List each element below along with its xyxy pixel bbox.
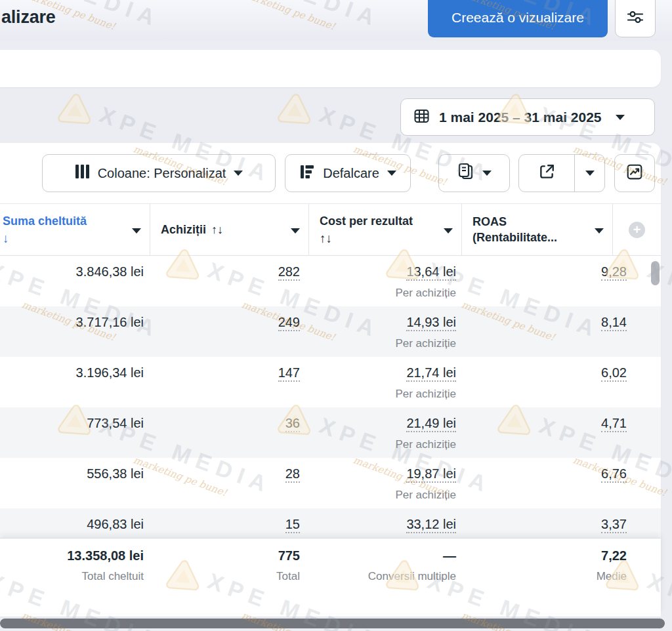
column-label: Cost per rezultat	[320, 214, 413, 228]
spend-cell: 556,38 lei	[0, 458, 150, 508]
table-body: 3.846,38 lei28213,64 leiPer achiziție9,2…	[0, 256, 661, 538]
create-view-button[interactable]: Creează o vizualizare	[428, 0, 608, 37]
export-button[interactable]	[519, 155, 574, 192]
table-row[interactable]: 556,38 lei2819,87 leiPer achiziție6,76	[0, 458, 661, 508]
columns-icon	[75, 164, 90, 182]
sort-indicator-icon: ↑↓	[320, 231, 438, 247]
table-panel: Coloane: Personalizat Defalcare	[0, 143, 661, 617]
roas-value[interactable]: 6,76	[601, 466, 627, 483]
purchases-value[interactable]: 249	[278, 315, 300, 331]
export-options-button[interactable]	[575, 155, 604, 192]
roas-value[interactable]: 8,14	[601, 315, 627, 331]
column-menu-caret[interactable]	[132, 228, 141, 234]
table-row[interactable]: 773,54 lei3621,49 leiPer achiziție4,71	[0, 407, 661, 458]
ads-manager-screen: alizare Creează o vizualizare 1 mai 2025…	[0, 0, 672, 631]
reports-icon	[457, 163, 474, 184]
column-menu-caret[interactable]	[291, 228, 300, 234]
table-row[interactable]: 3.196,34 lei14721,74 leiPer achiziție6,0…	[0, 357, 661, 407]
chevron-down-icon	[585, 171, 595, 176]
adjust-settings-button[interactable]	[615, 0, 656, 37]
total-purchases-cell: 775 Total	[150, 539, 308, 613]
total-purchases-label: Total	[150, 570, 300, 583]
purchases-cell: 28	[150, 458, 308, 508]
cost-per-result-cell: 21,49 leiPer achiziție	[308, 407, 461, 458]
table-header: Suma cheltuită↓Achiziții↑↓Cost per rezul…	[0, 203, 661, 256]
chevron-down-icon	[616, 115, 625, 120]
columns-button-label: Coloane: Personalizat	[98, 166, 226, 181]
cost-per-result-cell: 13,64 leiPer achiziție	[308, 256, 461, 306]
chart-trend-icon	[626, 163, 643, 184]
cost-value[interactable]: 21,74 lei	[406, 365, 456, 382]
average-roas-label: Medie	[461, 570, 627, 583]
roas-cell: 8,14	[461, 306, 661, 357]
total-spend-cell: 13.358,08 lei Total cheltuit	[0, 539, 150, 613]
roas-value[interactable]: 3,37	[601, 517, 627, 533]
roas-cell: 3,37	[461, 508, 661, 538]
roas-value[interactable]: 9,28	[601, 264, 627, 281]
columns-button[interactable]: Coloane: Personalizat	[42, 154, 276, 192]
cost-value[interactable]: 21,49 lei	[406, 416, 456, 432]
plus-icon: +	[629, 222, 645, 238]
cost-value[interactable]: 19,87 lei	[406, 466, 456, 483]
breakdown-button-label: Defalcare	[323, 166, 379, 181]
total-cost-cell: — Conversii multiple	[308, 539, 461, 613]
table-row[interactable]: 3.846,38 lei28213,64 leiPer achiziție9,2…	[0, 256, 661, 306]
column-header-purchases[interactable]: Achiziții↑↓	[150, 204, 308, 255]
reports-button[interactable]	[438, 154, 510, 192]
breakdown-button[interactable]: Defalcare	[285, 154, 411, 192]
spend-cell: 3.196,34 lei	[0, 357, 150, 407]
purchases-value[interactable]: 15	[285, 517, 300, 533]
spend-cell: 496,83 lei	[0, 508, 150, 538]
top-bar: alizare Creează o vizualizare	[0, 0, 672, 41]
table-row[interactable]: 496,83 lei1533,12 lei3,37	[0, 508, 661, 538]
total-cost-label: Conversii multiple	[308, 570, 456, 583]
date-range-label: 1 mai 2025 – 31 mai 2025	[439, 110, 602, 125]
vertical-scrollbar[interactable]	[651, 261, 660, 285]
total-purchases-value: 775	[150, 548, 300, 564]
cost-note: Per achiziție	[308, 487, 456, 503]
purchases-cell: 36	[150, 407, 308, 458]
table-row[interactable]: 3.717,16 lei24914,93 leiPer achiziție8,1…	[0, 306, 661, 357]
column-label: ROAS (Rentabilitate...	[472, 215, 557, 244]
charts-button[interactable]	[614, 154, 655, 192]
cost-note: Per achiziție	[308, 335, 456, 352]
date-range-button[interactable]: 1 mai 2025 – 31 mai 2025	[400, 98, 655, 136]
cost-value[interactable]: 13,64 lei	[406, 264, 456, 281]
roas-cell: 9,28	[461, 256, 661, 306]
purchases-cell: 15	[150, 508, 308, 538]
add-column-button[interactable]: +	[612, 204, 661, 255]
roas-cell: 6,02	[461, 357, 661, 407]
column-label: Suma cheltuită	[3, 214, 87, 228]
spend-cell: 3.846,38 lei	[0, 256, 150, 306]
cost-value[interactable]: 14,93 lei	[406, 315, 456, 331]
column-label: Achiziții	[161, 223, 206, 236]
purchases-value[interactable]: 282	[278, 264, 300, 281]
export-button-group	[518, 154, 605, 192]
column-menu-caret[interactable]	[595, 228, 604, 234]
breakdown-icon	[299, 164, 315, 183]
average-roas-cell: 7,22 Medie	[461, 539, 661, 613]
filter-bar[interactable]	[0, 50, 661, 87]
column-header-roas[interactable]: ROAS (Rentabilitate...	[461, 204, 612, 255]
roas-value[interactable]: 6,02	[601, 365, 627, 382]
total-cost-value: —	[308, 548, 456, 564]
purchases-value[interactable]: 28	[285, 466, 300, 483]
table-totals-row: 13.358,08 lei Total cheltuit 775 Total —…	[0, 538, 661, 613]
purchases-value[interactable]: 36	[285, 416, 300, 432]
total-spend-value: 13.358,08 lei	[0, 548, 144, 564]
roas-value[interactable]: 4,71	[601, 416, 627, 432]
column-header-cost-per-result[interactable]: Cost per rezultat↑↓	[308, 204, 461, 255]
roas-cell: 6,76	[461, 458, 661, 508]
cost-per-result-cell: 21,74 leiPer achiziție	[308, 357, 461, 407]
cost-per-result-cell: 33,12 lei	[308, 508, 461, 538]
column-header-spend[interactable]: Suma cheltuită↓	[0, 204, 150, 255]
purchases-value[interactable]: 147	[278, 365, 300, 382]
average-roas-value: 7,22	[461, 548, 627, 564]
roas-cell: 4,71	[461, 407, 661, 458]
sort-indicator-icon: ↑↓	[211, 223, 223, 236]
horizontal-scrollbar[interactable]	[0, 619, 665, 628]
cost-value[interactable]: 33,12 lei	[406, 517, 456, 533]
column-menu-caret[interactable]	[444, 228, 453, 234]
calendar-icon	[413, 107, 430, 128]
sort-indicator-icon: ↓	[3, 231, 126, 247]
